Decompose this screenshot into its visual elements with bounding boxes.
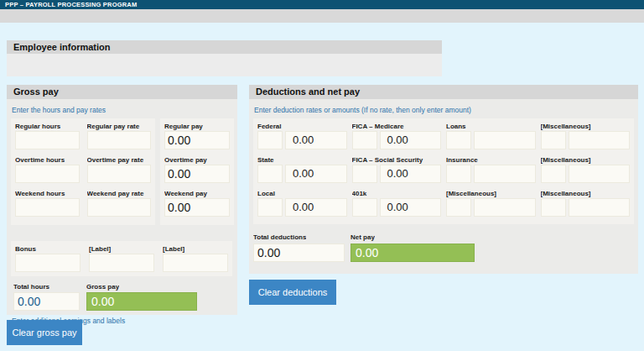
employee-information-body (7, 54, 442, 76)
total-deductions-value: 0.00 (253, 244, 345, 262)
computed-cell: Overtime pay 0.00 (164, 155, 230, 189)
custom-earning-input-2[interactable] (163, 254, 228, 272)
overtime-hours-label: Overtime hours (15, 155, 80, 165)
employee-information-section: Employee information (7, 40, 442, 76)
additional-earnings-group: Bonus [Label] [Label] (11, 241, 232, 276)
input-cell: [Label] (163, 244, 228, 272)
federal-rate-input[interactable] (257, 131, 283, 149)
deduction-cell: Local 0.00 (257, 189, 347, 223)
bonus-label: Bonus (15, 244, 80, 254)
miscellaneous-2-rate-input[interactable] (541, 165, 566, 183)
deduction-cell: Federal 0.00 (257, 122, 347, 155)
deduction-cell: [Miscellaneous] (541, 122, 631, 155)
gross-pay-value: 0.00 (86, 292, 197, 311)
regular-pay-rate-label: Regular pay rate (87, 122, 152, 131)
top-gray-strip (0, 9, 644, 23)
clear-gross-pay-button[interactable]: Clear gross pay (7, 320, 82, 345)
deduction-cell: FICA – Medicare 0.00 (352, 122, 442, 155)
computed-cell: Regular pay 0.00 (164, 122, 230, 155)
custom-earning-input-1[interactable] (89, 254, 154, 272)
deduction-cell: State 0.00 (257, 155, 347, 189)
loans-rate-input[interactable] (446, 131, 471, 149)
local-amount-input[interactable]: 0.00 (285, 198, 347, 217)
deduction-cell: Insurance (446, 155, 536, 189)
401k-label: 401k (352, 189, 442, 198)
deduction-cell: [Miscellaneous] (446, 189, 536, 223)
miscellaneous-4-amount-input[interactable] (569, 198, 631, 217)
input-cell: Overtime pay rate (87, 155, 152, 189)
deduction-cell: FICA – Social Security 0.00 (352, 155, 442, 189)
weekend-pay-label: Weekend pay (164, 189, 230, 198)
loans-label: Loans (446, 122, 536, 131)
deductions-note: Enter deduction rates or amounts (If no … (249, 99, 638, 114)
gross-pay-header: Gross pay (7, 85, 237, 99)
miscellaneous-1-rate-input[interactable] (541, 131, 566, 149)
miscellaneous-2-amount-input[interactable] (569, 165, 631, 183)
insurance-rate-input[interactable] (446, 165, 471, 183)
miscellaneous-3-label: [Miscellaneous] (446, 189, 536, 198)
weekend-pay-rate-input[interactable] (87, 198, 152, 217)
fica-medicare-label: FICA – Medicare (352, 122, 442, 131)
input-cell: Bonus (15, 244, 80, 272)
weekend-hours-label: Weekend hours (15, 189, 80, 198)
insurance-amount-input[interactable] (474, 165, 536, 183)
miscellaneous-4-rate-input[interactable] (541, 198, 566, 217)
gross-pay-label: Gross pay (86, 282, 119, 291)
state-amount-input[interactable]: 0.00 (285, 165, 347, 183)
total-deductions-label: Total deductions (253, 233, 306, 242)
overtime-pay-value: 0.00 (164, 165, 230, 183)
deductions-group: Federal 0.00 FICA – Medicare 0.00 Loans … (253, 118, 634, 224)
401k-rate-input[interactable] (352, 198, 377, 217)
weekend-hours-input[interactable] (15, 198, 80, 217)
app-titlebar: PPP – PAYROLL PROCESSING PROGRAM (0, 0, 644, 9)
deductions-header: Deductions and net pay (249, 85, 638, 99)
input-cell: [Label] (89, 244, 154, 272)
401k-amount-input[interactable]: 0.00 (380, 198, 442, 217)
total-hours-label: Total hours (13, 282, 49, 291)
deductions-panel: Deductions and net pay Enter deduction r… (249, 85, 638, 274)
fica-social-security-amount-input[interactable]: 0.00 (380, 165, 442, 183)
custom-label-2: [Label] (163, 244, 228, 254)
fica-medicare-amount-input[interactable]: 0.00 (380, 131, 442, 149)
overtime-hours-input[interactable] (15, 165, 80, 183)
miscellaneous-1-amount-input[interactable] (569, 131, 631, 149)
clear-deductions-button[interactable]: Clear deductions (249, 280, 336, 305)
miscellaneous-3-amount-input[interactable] (474, 198, 536, 217)
employee-information-header: Employee information (7, 40, 442, 54)
custom-label-1: [Label] (89, 244, 154, 254)
regular-hours-label: Regular hours (15, 122, 80, 131)
weekend-pay-value: 0.00 (164, 198, 230, 217)
deduction-cell: Loans (446, 122, 536, 155)
loans-amount-input[interactable] (474, 131, 536, 149)
total-hours-value: 0.00 (13, 292, 80, 311)
overtime-pay-rate-input[interactable] (87, 165, 152, 183)
federal-label: Federal (257, 122, 347, 131)
bonus-input[interactable] (15, 254, 80, 272)
overtime-pay-rate-label: Overtime pay rate (87, 155, 152, 165)
miscellaneous-3-rate-input[interactable] (446, 198, 471, 217)
input-cell: Weekend hours (15, 189, 80, 223)
computed-cell: Weekend pay 0.00 (164, 189, 230, 223)
deduction-cell: [Miscellaneous] (541, 155, 631, 189)
gross-pay-panel: Gross pay Enter the hours and pay rates … (7, 85, 237, 315)
state-label: State (257, 155, 347, 165)
overtime-pay-label: Overtime pay (164, 155, 230, 165)
fica-social-security-label: FICA – Social Security (352, 155, 442, 165)
fica-social-security-rate-input[interactable] (352, 165, 377, 183)
deduction-cell: [Miscellaneous] (541, 189, 631, 223)
local-label: Local (257, 189, 347, 198)
input-cell: Regular pay rate (87, 122, 152, 155)
net-pay-value: 0.00 (351, 244, 475, 262)
local-rate-input[interactable] (257, 198, 283, 217)
app-title: PPP – PAYROLL PROCESSING PROGRAM (5, 1, 137, 8)
regular-pay-value: 0.00 (164, 131, 230, 149)
insurance-label: Insurance (446, 155, 536, 165)
state-rate-input[interactable] (257, 165, 283, 183)
input-cell: Overtime hours (15, 155, 80, 189)
regular-hours-input[interactable] (15, 131, 80, 149)
regular-pay-rate-input[interactable] (87, 131, 152, 149)
regular-pay-label: Regular pay (164, 122, 230, 131)
computed-pay-group: Regular pay 0.00 Overtime pay 0.00 Weeke… (160, 118, 234, 225)
fica-medicare-rate-input[interactable] (352, 131, 377, 149)
federal-amount-input[interactable]: 0.00 (285, 131, 347, 149)
